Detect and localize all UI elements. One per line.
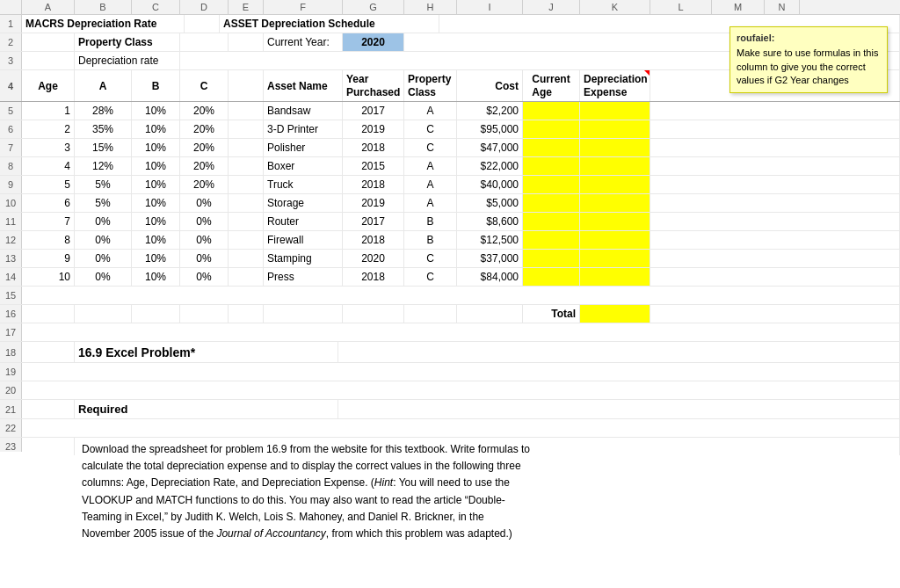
- cell-E4: [229, 70, 264, 101]
- col-header-E: E: [229, 0, 264, 14]
- col-header-D: D: [180, 0, 229, 14]
- comment-author: roufaiel:: [737, 32, 881, 45]
- cell-F2: Current Year:: [264, 33, 343, 51]
- row-14: 14 10 0% 10% 0% Press 2018 C $84,000: [0, 268, 900, 287]
- col-header-B: B: [75, 0, 132, 14]
- cell-D2: [180, 33, 229, 51]
- row-23-34: 23 Download the spreadsheet for problem …: [0, 438, 900, 588]
- row-7: 7 3 15% 10% 20% Polisher 2018 C $47,000: [0, 139, 900, 157]
- cell-B4: A: [75, 70, 132, 101]
- col-header-K: K: [580, 0, 650, 14]
- required-label: Required: [75, 400, 338, 418]
- cell-I4: Cost: [457, 70, 523, 101]
- cell-G4: YearPurchased: [343, 70, 404, 101]
- cell-J4: CurrentAge: [523, 70, 580, 101]
- row-11: 11 7 0% 10% 0% Router 2017 B $8,600: [0, 213, 900, 231]
- section-title: 16.9 Excel Problem*: [75, 342, 338, 362]
- column-header-row: A B C D E F G H I J K L M N: [0, 0, 900, 15]
- cell-E2: [229, 33, 264, 51]
- comment-box: roufaiel: Make sure to use formulas in t…: [729, 26, 888, 93]
- row-16: 16 Total: [0, 305, 900, 323]
- cell-F1[interactable]: ASSET Depreciation Schedule: [220, 15, 439, 33]
- cell-K4: DepreciationExpense: [580, 70, 650, 101]
- comment-text: Make sure to use formulas in this column…: [737, 47, 878, 85]
- col-header-I: I: [457, 0, 523, 14]
- cell-B2: Property Class: [75, 33, 180, 51]
- cell-A2: [22, 33, 75, 51]
- col-header-L: L: [650, 0, 712, 14]
- col-header-J: J: [523, 0, 580, 14]
- col-header-H: H: [404, 0, 457, 14]
- col-header-G: G: [343, 0, 404, 14]
- cell-G2[interactable]: 2020: [343, 33, 404, 51]
- cell-E1: [185, 15, 220, 33]
- cell-A3: [22, 52, 75, 69]
- col-header-F: F: [264, 0, 343, 14]
- row-18: 18 16.9 Excel Problem*: [0, 342, 900, 363]
- cell-F4: Asset Name: [264, 70, 343, 101]
- cell-B3: Depreciation rate: [75, 52, 180, 69]
- row-9: 9 5 5% 10% 20% Truck 2018 A $40,000: [0, 176, 900, 194]
- cell-C4: B: [132, 70, 180, 101]
- cell-H4: PropertyClass: [404, 70, 457, 101]
- row-10: 10 6 5% 10% 0% Storage 2019 A $5,000: [0, 194, 900, 213]
- row-5: 5 1 28% 10% 20% Bandsaw 2017 A $2,200: [0, 102, 900, 120]
- row-num-2: 2: [0, 33, 22, 51]
- row-num-1: 1: [0, 15, 22, 33]
- cell-A4: Age: [22, 70, 75, 101]
- row-15: 15: [0, 287, 900, 305]
- row-13: 13 9 0% 10% 0% Stamping 2020 C $37,000: [0, 250, 900, 268]
- row-21: 21 Required: [0, 400, 900, 419]
- col-header-C: C: [132, 0, 180, 14]
- cell-D4: C: [180, 70, 229, 101]
- row-12: 12 8 0% 10% 0% Firewall 2018 B $12,500: [0, 231, 900, 250]
- cell-A1[interactable]: MACRS Depreciation Rate: [22, 15, 185, 33]
- cell-J16-total: Total: [523, 305, 580, 323]
- row-22: 22: [0, 419, 900, 438]
- row-num-4: 4: [0, 70, 22, 101]
- row-8: 8 4 12% 10% 20% Boxer 2015 A $22,000: [0, 157, 900, 176]
- row-19: 19: [0, 363, 900, 381]
- cell-K16-total[interactable]: [580, 305, 650, 323]
- row-6: 6 2 35% 10% 20% 3-D Printer 2019 C $95,0…: [0, 120, 900, 139]
- row-20: 20: [0, 381, 900, 400]
- spreadsheet: A B C D E F G H I J K L M N 1 MACRS Depr…: [0, 0, 900, 588]
- body-text: Download the spreadsheet for problem 16.…: [75, 438, 541, 546]
- col-header-A: A: [22, 0, 75, 14]
- row-num-header: [0, 0, 22, 14]
- row-17: 17: [0, 323, 900, 342]
- col-header-N: N: [765, 0, 800, 14]
- col-header-M: M: [712, 0, 765, 14]
- row-num-3: 3: [0, 52, 22, 69]
